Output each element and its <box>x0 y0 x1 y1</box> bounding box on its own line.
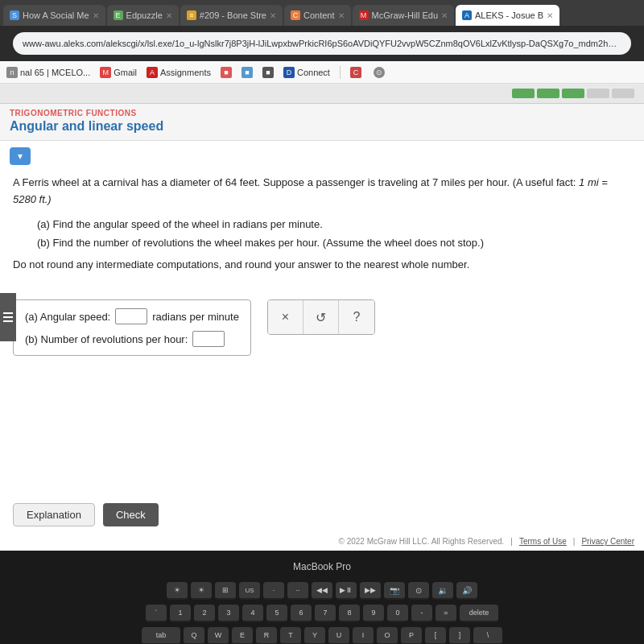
key-8[interactable]: 8 <box>339 605 360 622</box>
key-3[interactable]: 3 <box>218 605 239 622</box>
key-fast-forward[interactable]: ▶▶ <box>360 582 381 600</box>
bookmark-favicon-icon2: ■ <box>242 67 253 78</box>
key-q[interactable]: Q <box>184 627 204 644</box>
action-buttons-group: × ↺ ? <box>267 299 375 335</box>
undo-button[interactable]: ↺ <box>303 299 339 335</box>
bookmark-favicon-deltamath: D <box>283 67 295 78</box>
key-backslash[interactable]: \ <box>473 627 502 644</box>
key-siri[interactable]: ⊙ <box>408 582 429 600</box>
key-5[interactable]: 5 <box>266 605 287 622</box>
key-t[interactable]: T <box>280 627 301 644</box>
key-minus[interactable]: - <box>411 605 432 622</box>
key-bracket-close[interactable]: ] <box>449 627 470 644</box>
key-keyboard-bright-down[interactable]: · <box>263 582 284 600</box>
key-brightness-down[interactable]: ☀ <box>167 582 188 600</box>
collapse-button[interactable]: ▾ <box>10 147 31 165</box>
bookmark-assignments[interactable]: A Assignments <box>147 67 211 78</box>
key-4[interactable]: 4 <box>242 605 263 622</box>
key-play-pause[interactable]: ▶⏸ <box>336 582 357 600</box>
answer-section: (a) Angular speed: radians per minute (b… <box>13 299 631 356</box>
key-1[interactable]: 1 <box>170 605 191 622</box>
tab-mcgraw[interactable]: M McGraw-Hill Edu ✕ <box>353 5 455 26</box>
topic-title: Angular and linear speed <box>10 119 634 134</box>
tab-social[interactable]: S How A Social Me ✕ <box>3 5 105 26</box>
problem-fact: 1 mi = 5280 ft.) <box>13 176 608 205</box>
footer-privacy[interactable]: Privacy Center <box>581 537 634 546</box>
progress-segment-1 <box>512 89 535 98</box>
hamburger-line-3 <box>3 320 13 322</box>
key-6[interactable]: 6 <box>291 605 312 622</box>
key-tab[interactable]: tab <box>142 627 180 644</box>
problem-content: A Ferris wheel at a carnival has a diame… <box>0 171 644 287</box>
answer-label-b: (b) Number of revolutions per hour: <box>25 333 188 345</box>
key-delete[interactable]: delete <box>460 605 498 622</box>
bookmark-label-assignments: Assignments <box>160 68 211 77</box>
key-7[interactable]: 7 <box>315 605 336 622</box>
tab-favicon-mcgraw: M <box>359 10 369 20</box>
key-9[interactable]: 9 <box>363 605 384 622</box>
bookmark-favicon-gmail: M <box>100 67 111 78</box>
bookmark-icon3[interactable]: ■ <box>262 67 274 78</box>
tab-favicon-edpuzzle: E <box>114 10 123 20</box>
tab-content[interactable]: C Content ✕ <box>284 5 351 26</box>
key-r[interactable]: R <box>256 627 277 644</box>
topic-header: TRIGONOMETRIC FUNCTIONS Angular and line… <box>0 104 644 141</box>
tab-close-bone[interactable]: ✕ <box>270 11 276 20</box>
key-brightness-up[interactable]: ☀ <box>191 582 212 600</box>
answer-unit-a: radians per minute <box>152 311 239 323</box>
key-i[interactable]: I <box>353 627 374 644</box>
aleks-header <box>0 84 644 104</box>
key-w[interactable]: W <box>208 627 229 644</box>
answer-input-b[interactable] <box>192 331 225 347</box>
bookmark-mcelo[interactable]: n nal 65 | MCELO... <box>6 67 90 78</box>
key-language[interactable]: US <box>239 582 260 600</box>
undo-icon: ↺ <box>316 310 326 325</box>
tab-close-content[interactable]: ✕ <box>338 11 345 20</box>
bookmark-deltamath[interactable]: D Connect <box>283 67 330 78</box>
tab-favicon-content: C <box>291 10 300 20</box>
answer-input-a[interactable] <box>115 308 147 324</box>
key-equals[interactable]: = <box>436 605 456 622</box>
tab-edpuzzle[interactable]: E Edpuzzle ✕ <box>107 5 179 26</box>
times-button[interactable]: × <box>268 299 303 335</box>
hamburger-line-1 <box>3 312 13 314</box>
explanation-button[interactable]: Explanation <box>13 503 95 526</box>
tab-close-social[interactable]: ✕ <box>93 11 99 20</box>
bookmark-gmail[interactable]: M Gmail <box>100 67 137 78</box>
bookmark-icon2[interactable]: ■ <box>242 67 253 78</box>
bookmark-icon4[interactable]: ⊙ <box>374 67 385 78</box>
answer-row-a: (a) Angular speed: radians per minute <box>25 308 239 324</box>
footer-terms[interactable]: Terms of Use <box>519 537 567 546</box>
key-volume-down[interactable]: 🔉 <box>432 582 453 600</box>
key-backtick[interactable]: ` <box>146 605 167 622</box>
key-0[interactable]: 0 <box>387 605 408 622</box>
progress-segment-4 <box>587 89 609 98</box>
keyboard-row-numbers: ` 1 2 3 4 5 6 7 8 9 0 - = delete <box>146 605 498 622</box>
answer-box: (a) Angular speed: radians per minute (b… <box>13 299 251 356</box>
tab-close-mcgraw[interactable]: ✕ <box>441 11 448 20</box>
key-bracket-open[interactable]: [ <box>425 627 446 644</box>
tab-aleks[interactable]: A ALEKS - Josue B ✕ <box>456 5 559 26</box>
sidebar-menu-icon[interactable] <box>0 293 16 341</box>
tab-close-edpuzzle[interactable]: ✕ <box>166 11 172 20</box>
help-button[interactable]: ? <box>339 299 374 335</box>
key-y[interactable]: Y <box>304 627 325 644</box>
check-button[interactable]: Check <box>103 503 159 526</box>
key-volume-up[interactable]: 🔊 <box>456 582 477 600</box>
bookmark-connect[interactable]: C <box>350 67 364 78</box>
key-mission-control[interactable]: ⊞ <box>215 582 236 600</box>
key-e[interactable]: E <box>232 627 253 644</box>
key-2[interactable]: 2 <box>194 605 215 622</box>
key-rewind[interactable]: ◀◀ <box>312 582 332 600</box>
address-bar[interactable]: www-awu.aleks.com/alekscgi/x/lsl.exe/1o_… <box>13 32 631 55</box>
tab-bone[interactable]: ≡ #209 - Bone Stre ✕ <box>180 5 283 26</box>
key-p[interactable]: P <box>401 627 422 644</box>
key-u[interactable]: U <box>328 627 349 644</box>
key-o[interactable]: O <box>377 627 398 644</box>
key-keyboard-bright-up[interactable]: ·· <box>287 582 308 600</box>
bookmark-icon1[interactable]: ■ <box>221 67 232 78</box>
tab-close-aleks[interactable]: ✕ <box>547 11 553 20</box>
key-camera[interactable]: 📷 <box>384 582 405 600</box>
bookmark-favicon-icon3: ■ <box>262 67 274 78</box>
bookmark-favicon-mcelo: n <box>6 67 18 78</box>
